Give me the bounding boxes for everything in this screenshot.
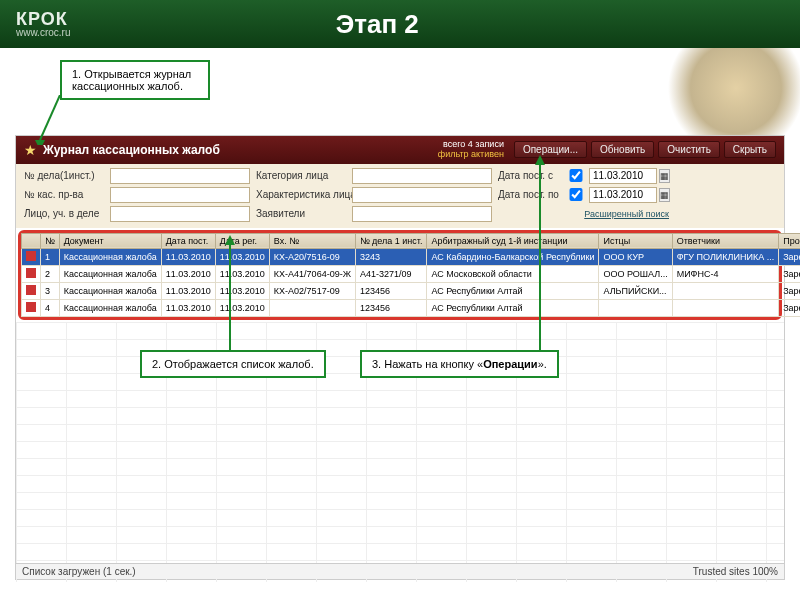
input-char[interactable]	[352, 187, 492, 203]
filters-panel: № дела(1инст.) Категория лица Дата пост.…	[16, 164, 784, 228]
app-header: ★ Журнал кассационных жалоб всего 4 запи…	[16, 136, 784, 164]
refresh-button[interactable]: Обновить	[591, 141, 654, 158]
hide-button[interactable]: Скрыть	[724, 141, 776, 158]
col-header[interactable]: Документ	[59, 233, 161, 248]
col-header[interactable]: Вх. №	[269, 233, 355, 248]
label-kasnum: № кас. пр-ва	[24, 189, 104, 200]
input-kasnum[interactable]	[110, 187, 250, 203]
table-row[interactable]: 3Кассационная жалоба11.03.201011.03.2010…	[22, 282, 801, 299]
check-date-from[interactable]	[569, 169, 583, 182]
operations-button[interactable]: Операции...	[514, 141, 587, 158]
decor-spheres	[640, 48, 800, 148]
col-header[interactable]: №	[41, 233, 60, 248]
label-category: Категория лица	[256, 170, 346, 181]
calendar-icon[interactable]: ▦	[659, 188, 670, 202]
results-grid[interactable]: №ДокументДата пост.Дата рег.Вх. №№ дела …	[21, 233, 800, 317]
label-char: Характеристика лица	[256, 189, 346, 200]
input-category[interactable]	[352, 168, 492, 184]
col-header[interactable]: Дата пост.	[161, 233, 215, 248]
callout-1: 1. Открывается журнал кассационных жалоб…	[60, 60, 210, 100]
svg-marker-5	[535, 155, 545, 165]
row-icon	[26, 285, 36, 295]
arrow-1	[35, 95, 65, 145]
logo-sub: www.croc.ru	[16, 28, 70, 38]
svg-marker-3	[225, 235, 235, 245]
label-applicants: Заявители	[256, 208, 346, 219]
svg-line-0	[40, 95, 60, 140]
table-row[interactable]: 2Кассационная жалоба11.03.201011.03.2010…	[22, 265, 801, 282]
status-bar: Список загружен (1 сек.) Trusted sites 1…	[16, 563, 784, 579]
col-header[interactable]: Процессуальное состоя...	[779, 233, 800, 248]
check-date-to[interactable]	[569, 188, 583, 201]
input-delonum[interactable]	[110, 168, 250, 184]
logo: КРОК www.croc.ru	[16, 10, 70, 38]
row-icon	[26, 251, 36, 261]
row-icon	[26, 302, 36, 312]
slide-title: Этап 2	[70, 9, 684, 40]
callout-2: 2. Отображается список жалоб.	[140, 350, 326, 378]
logo-text: КРОК	[16, 10, 70, 28]
arrow-2	[220, 235, 240, 355]
grid-highlight: №ДокументДата пост.Дата рег.Вх. №№ дела …	[18, 230, 782, 320]
input-applicants[interactable]	[352, 206, 492, 222]
clear-button[interactable]: Очистить	[658, 141, 720, 158]
status-right: Trusted sites 100%	[693, 566, 778, 577]
header-right: всего 4 записи фильтр активен Операции..…	[438, 140, 776, 160]
col-header[interactable]: Арбитражный суд 1-й инстанции	[427, 233, 599, 248]
advanced-search-link[interactable]: Расширенный поиск	[498, 209, 669, 219]
header-meta: всего 4 записи фильтр активен	[438, 140, 504, 160]
svg-marker-1	[35, 140, 45, 145]
col-header[interactable]: Ответчики	[672, 233, 779, 248]
input-person[interactable]	[110, 206, 250, 222]
label-person: Лицо, уч. в деле	[24, 208, 104, 219]
col-header[interactable]: № дела 1 инст.	[355, 233, 427, 248]
status-left: Список загружен (1 сек.)	[22, 566, 136, 577]
calendar-icon[interactable]: ▦	[659, 169, 670, 183]
table-row[interactable]: 1Кассационная жалоба11.03.201011.03.2010…	[22, 248, 801, 265]
col-header[interactable]: Истцы	[599, 233, 672, 248]
table-row[interactable]: 4Кассационная жалоба11.03.201011.03.2010…	[22, 299, 801, 316]
row-icon	[26, 268, 36, 278]
slide-header: КРОК www.croc.ru Этап 2	[0, 0, 800, 48]
arrow-3	[530, 155, 550, 355]
input-date-to[interactable]	[589, 187, 657, 203]
callout-3: 3. Нажать на кнопку «Операции».	[360, 350, 559, 378]
app-title: Журнал кассационных жалоб	[43, 143, 432, 157]
label-delonum: № дела(1инст.)	[24, 170, 104, 181]
input-date-from[interactable]	[589, 168, 657, 184]
